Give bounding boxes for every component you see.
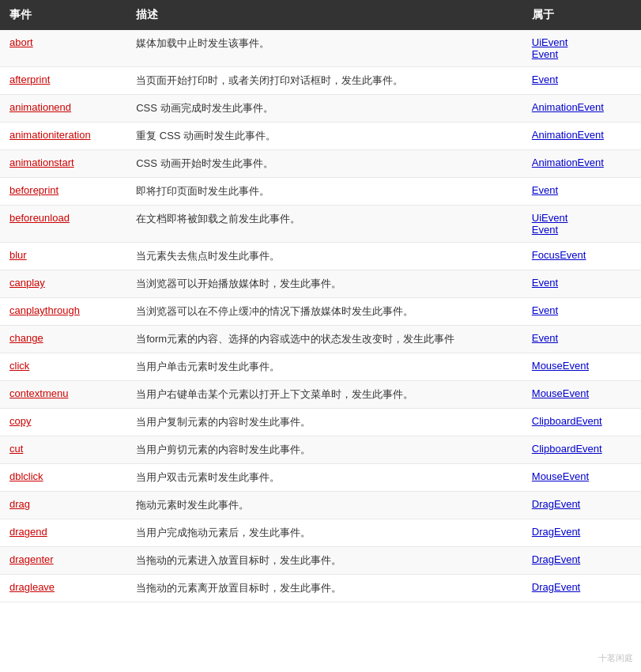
type-link[interactable]: Event: [532, 277, 632, 289]
type-link[interactable]: Event: [532, 48, 632, 60]
belongs-cell: AnimationEvent: [522, 150, 641, 178]
type-link[interactable]: Event: [532, 304, 632, 316]
type-link[interactable]: DragEvent: [532, 581, 632, 593]
description-cell: 当用户复制元素的内容时发生此事件。: [126, 409, 522, 436]
table-row: copy当用户复制元素的内容时发生此事件。ClipboardEvent: [0, 409, 641, 436]
event-link[interactable]: copy: [9, 415, 31, 427]
event-link[interactable]: beforeprint: [9, 184, 58, 196]
type-link[interactable]: Event: [532, 74, 632, 85]
event-link[interactable]: beforeunload: [9, 212, 70, 224]
table-row: cut当用户剪切元素的内容时发生此事件。ClipboardEvent: [0, 436, 641, 464]
table-row: abort媒体加载中止时发生该事件。UiEventEvent: [0, 30, 641, 67]
type-link[interactable]: AnimationEvent: [532, 129, 632, 141]
event-cell: contextmenu: [0, 381, 126, 409]
belongs-cell: UiEventEvent: [522, 30, 641, 67]
type-link[interactable]: MouseEvent: [532, 387, 632, 399]
type-link[interactable]: Event: [532, 332, 632, 344]
table-row: click当用户单击元素时发生此事件。MouseEvent: [0, 353, 641, 381]
description-cell: 媒体加载中止时发生该事件。: [126, 30, 522, 67]
description-cell: 当页面开始打印时，或者关闭打印对话框时，发生此事件。: [126, 67, 522, 95]
event-link[interactable]: dblclick: [9, 470, 43, 482]
belongs-cell: DragEvent: [522, 519, 641, 547]
description-cell: 当用户右键单击某个元素以打开上下文菜单时，发生此事件。: [126, 381, 522, 409]
type-link[interactable]: Event: [532, 224, 632, 236]
event-cell: afterprint: [0, 67, 126, 95]
table-row: beforeprint即将打印页面时发生此事件。Event: [0, 178, 641, 206]
type-link[interactable]: UiEvent: [532, 212, 632, 224]
table-row: canplay当浏览器可以开始播放媒体时，发生此事件。Event: [0, 270, 641, 298]
type-link[interactable]: ClipboardEvent: [532, 443, 632, 455]
belongs-cell: UiEventEvent: [522, 206, 641, 243]
belongs-cell: Event: [522, 178, 641, 206]
table-header-row: 事件 描述 属于: [0, 0, 641, 30]
belongs-cell: Event: [522, 298, 641, 326]
event-cell: drag: [0, 492, 126, 519]
event-cell: cut: [0, 436, 126, 464]
event-link[interactable]: dragleave: [9, 581, 55, 593]
event-link[interactable]: dragenter: [9, 553, 54, 565]
description-cell: 即将打印页面时发生此事件。: [126, 178, 522, 206]
event-cell: dragenter: [0, 547, 126, 575]
belongs-cell: DragEvent: [522, 492, 641, 519]
event-link[interactable]: animationstart: [9, 157, 74, 168]
description-cell: 当元素失去焦点时发生此事件。: [126, 243, 522, 270]
description-cell: 在文档即将被卸载之前发生此事件。: [126, 206, 522, 243]
description-cell: CSS 动画完成时发生此事件。: [126, 95, 522, 123]
table-row: animationstartCSS 动画开始时发生此事件。AnimationEv…: [0, 150, 641, 178]
belongs-cell: FocusEvent: [522, 243, 641, 270]
description-cell: 当拖动的元素离开放置目标时，发生此事件。: [126, 575, 522, 602]
belongs-cell: DragEvent: [522, 575, 641, 602]
event-cell: copy: [0, 409, 126, 436]
event-cell: animationiteration: [0, 123, 126, 150]
belongs-cell: Event: [522, 270, 641, 298]
event-link[interactable]: canplaythrough: [9, 304, 80, 316]
event-link[interactable]: drag: [9, 498, 30, 510]
type-link[interactable]: FocusEvent: [532, 249, 632, 261]
type-link[interactable]: ClipboardEvent: [532, 415, 632, 427]
description-cell: 当form元素的内容、选择的内容或选中的状态发生改变时，发生此事件: [126, 326, 522, 353]
description-cell: 当拖动的元素进入放置目标时，发生此事件。: [126, 547, 522, 575]
event-cell: dragleave: [0, 575, 126, 602]
event-link[interactable]: dragend: [9, 526, 47, 538]
event-link[interactable]: contextmenu: [9, 387, 68, 399]
event-link[interactable]: animationiteration: [9, 129, 91, 141]
type-link[interactable]: AnimationEvent: [532, 157, 632, 168]
belongs-cell: MouseEvent: [522, 381, 641, 409]
type-link[interactable]: DragEvent: [532, 498, 632, 510]
description-cell: 当浏览器可以开始播放媒体时，发生此事件。: [126, 270, 522, 298]
type-link[interactable]: UiEvent: [532, 36, 632, 48]
event-link[interactable]: click: [9, 360, 29, 372]
belongs-cell: Event: [522, 326, 641, 353]
header-event: 事件: [0, 0, 126, 30]
event-link[interactable]: change: [9, 332, 43, 344]
description-cell: 当用户完成拖动元素后，发生此事件。: [126, 519, 522, 547]
event-link[interactable]: abort: [9, 36, 33, 48]
event-link[interactable]: afterprint: [9, 74, 50, 85]
event-link[interactable]: animationend: [9, 101, 71, 113]
table-row: canplaythrough当浏览器可以在不停止缓冲的情况下播放媒体时发生此事件…: [0, 298, 641, 326]
belongs-cell: Event: [522, 67, 641, 95]
event-cell: canplaythrough: [0, 298, 126, 326]
table-row: drag拖动元素时发生此事件。DragEvent: [0, 492, 641, 519]
type-link[interactable]: DragEvent: [532, 526, 632, 538]
table-row: blur当元素失去焦点时发生此事件。FocusEvent: [0, 243, 641, 270]
event-cell: animationend: [0, 95, 126, 123]
belongs-cell: MouseEvent: [522, 353, 641, 381]
type-link[interactable]: MouseEvent: [532, 360, 632, 372]
type-link[interactable]: DragEvent: [532, 553, 632, 565]
event-link[interactable]: cut: [9, 443, 23, 455]
type-link[interactable]: MouseEvent: [532, 470, 632, 482]
event-cell: beforeprint: [0, 178, 126, 206]
event-link[interactable]: canplay: [9, 277, 45, 289]
table-row: beforeunload在文档即将被卸载之前发生此事件。UiEventEvent: [0, 206, 641, 243]
type-link[interactable]: Event: [532, 184, 632, 196]
belongs-cell: ClipboardEvent: [522, 409, 641, 436]
type-link[interactable]: AnimationEvent: [532, 101, 632, 113]
description-cell: 当用户剪切元素的内容时发生此事件。: [126, 436, 522, 464]
event-cell: dragend: [0, 519, 126, 547]
description-cell: 当浏览器可以在不停止缓冲的情况下播放媒体时发生此事件。: [126, 298, 522, 326]
belongs-cell: AnimationEvent: [522, 95, 641, 123]
event-link[interactable]: blur: [9, 249, 27, 261]
event-cell: abort: [0, 30, 126, 67]
event-cell: dblclick: [0, 464, 126, 492]
